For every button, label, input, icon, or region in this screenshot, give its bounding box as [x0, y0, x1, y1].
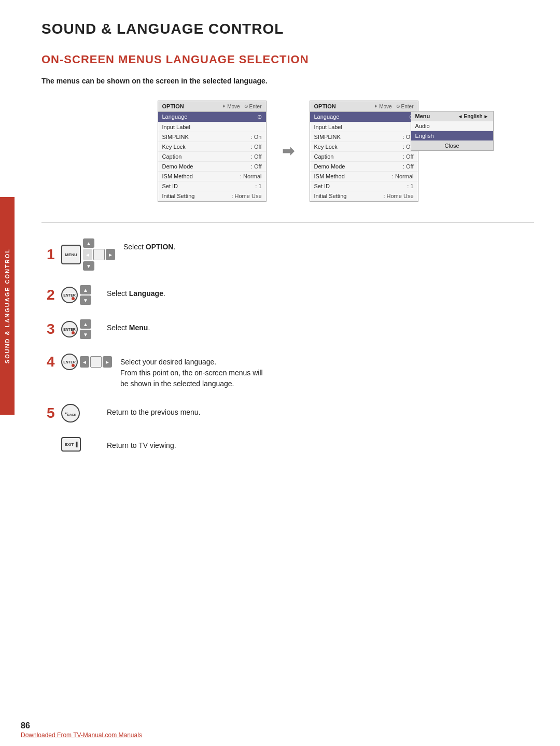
submenu-audio-label: Audio	[415, 123, 430, 129]
dpad-down-2[interactable]: ▼	[80, 295, 91, 305]
step-2-number: 2	[47, 288, 57, 302]
exit-label: EXIT	[64, 442, 74, 447]
page-number: 86	[21, 721, 30, 730]
submenu-nav-arrows: ◄ English ►	[458, 114, 489, 119]
menu-button[interactable]: MENU	[61, 245, 81, 264]
dpad-right[interactable]: ►	[106, 249, 115, 260]
right-arrow-icon: ►	[484, 114, 489, 119]
step-5-number: 5	[47, 406, 57, 420]
step-3-number: 3	[47, 322, 57, 336]
step-3-buttons: ENTER ▲ ▼	[61, 319, 91, 339]
submenu-menu-label: Menu	[415, 113, 430, 119]
step-1-dpad: ▲ ◄ ► ▼	[83, 238, 115, 271]
footer-link[interactable]: Downloaded From TV-Manual.com Manuals	[21, 731, 142, 739]
dpad-left-4[interactable]: ◄	[80, 356, 89, 368]
menu-row-language-left: Language ⊙	[158, 112, 266, 122]
side-tab-text: SOUND & LANGUAGE CONTROL	[4, 248, 10, 363]
dpad-up-3[interactable]: ▲	[80, 319, 91, 329]
enter-button-4[interactable]: ENTER	[61, 354, 78, 370]
step-4-center	[90, 356, 102, 368]
step-4-buttons: ENTER ◄ ►	[61, 354, 112, 370]
dpad-down[interactable]: ▼	[83, 261, 94, 271]
enter-hint-left: ⊙ Enter	[244, 104, 262, 109]
option-title-right: OPTION	[314, 103, 336, 109]
enter-button-2[interactable]: ENTER	[61, 287, 78, 303]
step-5-buttons: ↩BACK	[61, 404, 80, 423]
step-1-number-container: 1 MENU ▲ ◄ ► ▼	[47, 238, 115, 271]
submenu-close-btn[interactable]: Close	[411, 141, 493, 150]
step-2-number-container: 2 ENTER ▲ ▼	[47, 285, 99, 305]
dpad-center-placeholder	[93, 249, 105, 260]
step-3-text: Select Menu.	[107, 319, 150, 333]
menu-row-demo-right: Demo Mode : Off	[310, 162, 418, 172]
menu-row-setid-right: Set ID : 1	[310, 181, 418, 191]
menu-row-simplink-right: SIMPLINK : On	[310, 132, 418, 142]
menu-row-keylock-left: Key Lock : Off	[158, 142, 266, 152]
back-icon: ↩	[65, 412, 67, 415]
enter-icon-right: ⊙	[396, 104, 400, 109]
menu-row-language-right: Language ⊙	[310, 112, 418, 122]
exit-icon: ▐	[74, 442, 77, 447]
menu-row-input-label-right: Input Label	[310, 122, 418, 132]
main-content: SOUND & LANGUAGE CONTROL ON-SCREEN MENUS…	[21, 0, 560, 487]
side-tab: SOUND & LANGUAGE CONTROL	[0, 197, 15, 415]
option-menu-left-header: OPTION ✦ Move ⊙ Enter	[158, 101, 266, 112]
option-menu-right-header: OPTION ✦ Move ⊙ Enter	[310, 101, 418, 112]
menu-row-caption-left: Caption : Off	[158, 152, 266, 162]
step-1-number: 1	[47, 247, 57, 262]
enter-button-3[interactable]: ENTER	[61, 321, 78, 337]
back-button[interactable]: ↩BACK	[61, 404, 80, 423]
dpad-down-3[interactable]: ▼	[80, 330, 91, 339]
step-2-text: Select Language.	[107, 285, 165, 299]
nav-hint-left: ✦ Move ⊙ Enter	[222, 104, 261, 109]
option-menu-left: OPTION ✦ Move ⊙ Enter Language ⊙ Input	[158, 101, 267, 202]
step-3-number-container: 3 ENTER ▲ ▼	[47, 319, 99, 339]
menu-row-keylock-right: Key Lock : Off	[310, 142, 418, 152]
step-1-text: Select OPTION.	[123, 238, 175, 252]
enter-icon-left: ⊙	[244, 104, 248, 109]
menu-row-input-label-left: Input Label	[158, 122, 266, 132]
english-label: English	[464, 114, 482, 119]
step-4: 4 ENTER ◄ ► Select your desired language…	[47, 354, 534, 389]
step-1-buttons: MENU ▲ ◄ ► ▼	[61, 238, 115, 271]
dpad-right-4[interactable]: ►	[103, 356, 112, 368]
move-hint-left: ✦ Move	[222, 104, 240, 109]
divider	[41, 222, 534, 223]
step-2: 2 ENTER ▲ ▼ Select Language.	[47, 285, 534, 305]
step-3-dpad: ▲ ▼	[80, 319, 91, 339]
submenu-audio-row: Audio	[411, 121, 493, 131]
step-4-number-container: 4 ENTER ◄ ►	[47, 354, 112, 370]
move-hint-right: ✦ Move	[374, 104, 391, 109]
dpad-left[interactable]: ◄	[83, 249, 92, 260]
step-5-number-container: 5 ↩BACK	[47, 404, 99, 423]
step-5-text: Return to the previous menu.	[107, 404, 201, 418]
submenu-menu-row: Menu ◄ English ►	[411, 111, 493, 121]
dpad-up[interactable]: ▲	[83, 238, 94, 248]
option-menu-right-container: OPTION ✦ Move ⊙ Enter Language ⊙	[310, 101, 418, 202]
submenu-popup: Menu ◄ English ► Audio English Close	[411, 111, 494, 151]
submenu-english-selected-row: English	[411, 131, 493, 141]
menu-row-ism-left: ISM Method : Normal	[158, 172, 266, 181]
left-arrow-icon: ◄	[458, 114, 463, 119]
exit-button[interactable]: EXIT ▐	[61, 437, 81, 452]
step-4-number: 4	[47, 355, 57, 369]
option-title-left: OPTION	[162, 103, 184, 109]
menu-row-initial-left: Initial Setting : Home Use	[158, 191, 266, 201]
enter-hint-right: ⊙ Enter	[396, 104, 414, 109]
step-exit-number-container: 5 EXIT ▐	[47, 437, 99, 452]
step-exit-text: Return to TV viewing.	[107, 437, 176, 451]
step-3: 3 ENTER ▲ ▼ Select Menu.	[47, 319, 534, 339]
move-icon-right: ✦	[374, 104, 378, 109]
menu-row-initial-right: Initial Setting : Home Use	[310, 191, 418, 201]
steps-section: 1 MENU ▲ ◄ ► ▼ Select	[41, 238, 534, 452]
step-2-dpad: ▲ ▼	[80, 285, 91, 305]
submenu-english-value: English	[415, 133, 434, 139]
step-2-buttons: ENTER ▲ ▼	[61, 285, 91, 305]
menu-row-caption-right: Caption : Off	[310, 152, 418, 162]
nav-hint-right: ✦ Move ⊙ Enter	[374, 104, 413, 109]
step-4-text: Select your desired language. From this …	[120, 354, 263, 389]
step-1: 1 MENU ▲ ◄ ► ▼ Select	[47, 238, 534, 271]
step-exit: 5 EXIT ▐ Return to TV viewing.	[47, 437, 534, 452]
dpad-up-2[interactable]: ▲	[80, 285, 91, 294]
menu-row-simplink-left: SIMPLINK : On	[158, 132, 266, 142]
